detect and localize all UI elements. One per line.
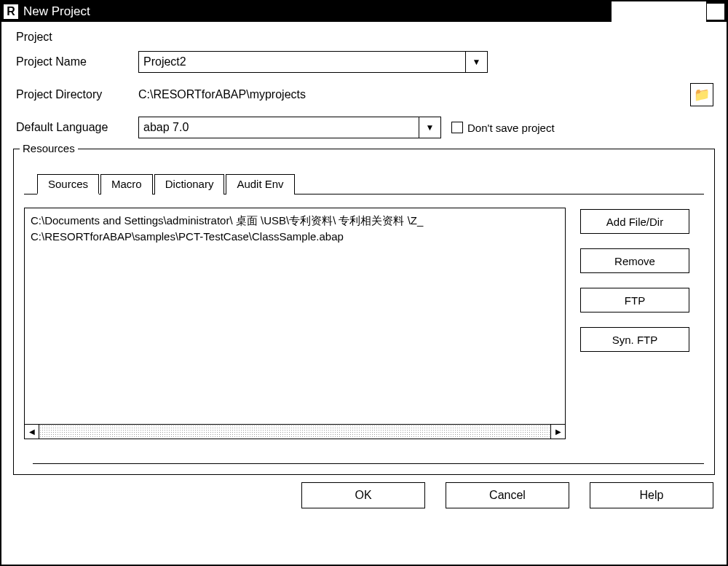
list-item[interactable]: C:\RESORTforABAP\samples\PCT-TestCase\Cl… (31, 229, 559, 245)
browse-directory-button[interactable]: 📁 (690, 83, 713, 106)
project-name-dropdown-button[interactable]: ▼ (466, 51, 488, 73)
folder-icon: 📁 (694, 87, 710, 103)
list-item[interactable]: C:\Documents and Settings\administrator\… (31, 213, 559, 229)
project-directory-label: Project Directory (16, 88, 138, 101)
tab-dictionary[interactable]: Dictionary (154, 174, 225, 194)
tab-audit-env[interactable]: Audit Env (226, 174, 294, 194)
project-name-input[interactable] (138, 51, 466, 73)
default-language-label: Default Language (16, 121, 138, 134)
resources-group: Resources Sources Macro Dictionary Audit… (13, 149, 715, 475)
project-directory-value: C:\RESORTforABAP\myprojects (138, 88, 306, 101)
dont-save-project-label: Don't save project (467, 122, 555, 134)
chevron-down-icon: ▼ (426, 122, 435, 133)
ok-button[interactable]: OK (301, 482, 425, 508)
ftp-button[interactable]: FTP (580, 288, 689, 313)
project-name-label: Project Name (16, 55, 138, 68)
sources-listbox[interactable]: C:\Documents and Settings\administrator\… (24, 208, 566, 439)
titlebar: R New Project x (1, 1, 727, 22)
titlebar-spacer (612, 1, 706, 22)
default-language-input[interactable] (138, 117, 419, 138)
triangle-left-icon: ◀ (29, 428, 35, 436)
chevron-down-icon: ▼ (472, 57, 481, 67)
cancel-button[interactable]: Cancel (446, 482, 569, 508)
close-button[interactable]: x (706, 3, 725, 20)
horizontal-scrollbar[interactable]: ◀ ▶ (25, 424, 565, 439)
resources-legend: Resources (20, 142, 78, 154)
syn-ftp-button[interactable]: Syn. FTP (580, 327, 689, 352)
triangle-right-icon: ▶ (555, 428, 561, 436)
add-file-dir-button[interactable]: Add File/Dir (580, 209, 689, 234)
new-project-dialog: R New Project x Project Project Name ▼ P… (0, 0, 728, 566)
scroll-right-button[interactable]: ▶ (550, 425, 565, 439)
scroll-track[interactable] (39, 425, 550, 439)
dont-save-project-checkbox[interactable] (451, 122, 463, 133)
tab-macro[interactable]: Macro (100, 174, 153, 194)
default-language-dropdown-button[interactable]: ▼ (419, 117, 441, 138)
help-button[interactable]: Help (590, 482, 713, 508)
tab-sources[interactable]: Sources (37, 174, 99, 194)
menu-project[interactable]: Project (16, 31, 716, 44)
scroll-left-button[interactable]: ◀ (25, 425, 39, 439)
app-icon: R (3, 4, 19, 20)
divider (33, 463, 704, 464)
window-title: New Project (23, 4, 612, 19)
remove-button[interactable]: Remove (580, 248, 689, 273)
